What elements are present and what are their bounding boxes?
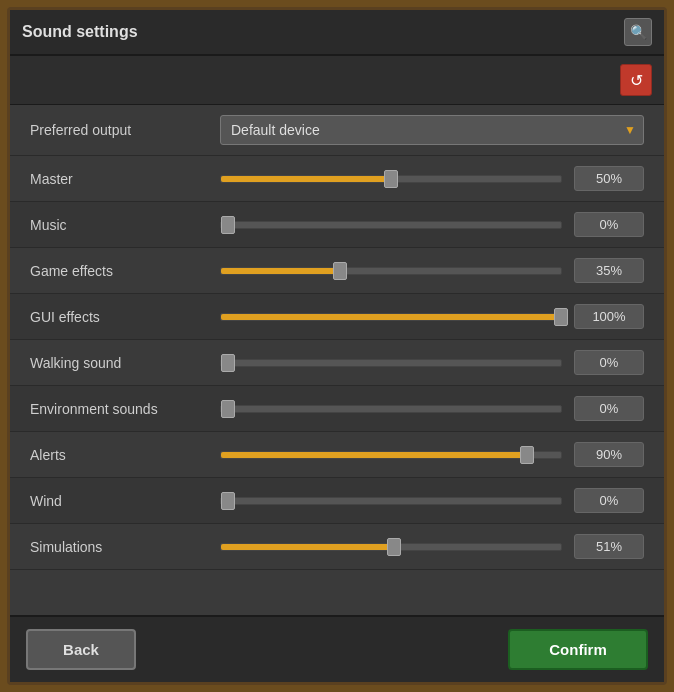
title-bar: Sound settings 🔍 xyxy=(10,10,664,56)
reset-button[interactable]: ↺ xyxy=(620,64,652,96)
slider-row-music: Music 0% xyxy=(10,202,664,248)
slider-label-simulations: Simulations xyxy=(30,539,220,555)
slider-thumb-wind[interactable] xyxy=(221,492,235,510)
slider-track-wind xyxy=(220,497,562,505)
slider-label-alerts: Alerts xyxy=(30,447,220,463)
slider-container-wind xyxy=(220,491,562,511)
slider-thumb-game-effects[interactable] xyxy=(333,262,347,280)
slider-row-gui-effects: GUI effects 100% xyxy=(10,294,664,340)
slider-container-gui-effects xyxy=(220,307,562,327)
slider-container-master xyxy=(220,169,562,189)
slider-row-master: Master 50% xyxy=(10,156,664,202)
slider-value-gui-effects: 100% xyxy=(574,304,644,329)
slider-label-walking-sound: Walking sound xyxy=(30,355,220,371)
device-select-wrapper: Default device ▼ xyxy=(220,115,644,145)
preferred-output-row: Preferred output Default device ▼ xyxy=(10,105,664,156)
slider-value-music: 0% xyxy=(574,212,644,237)
slider-fill-gui-effects xyxy=(221,314,561,320)
device-select[interactable]: Default device xyxy=(220,115,644,145)
settings-content: Preferred output Default device ▼ Master… xyxy=(10,105,664,615)
slider-label-wind: Wind xyxy=(30,493,220,509)
slider-value-alerts: 90% xyxy=(574,442,644,467)
slider-row-walking-sound: Walking sound 0% xyxy=(10,340,664,386)
slider-value-game-effects: 35% xyxy=(574,258,644,283)
slider-label-game-effects: Game effects xyxy=(30,263,220,279)
slider-row-wind: Wind 0% xyxy=(10,478,664,524)
slider-value-simulations: 51% xyxy=(574,534,644,559)
slider-container-game-effects xyxy=(220,261,562,281)
toolbar: ↺ xyxy=(10,56,664,105)
slider-track-simulations xyxy=(220,543,562,551)
slider-fill-game-effects xyxy=(221,268,340,274)
slider-value-environment-sounds: 0% xyxy=(574,396,644,421)
slider-track-master xyxy=(220,175,562,183)
slider-container-music xyxy=(220,215,562,235)
slider-thumb-music[interactable] xyxy=(221,216,235,234)
slider-thumb-environment-sounds[interactable] xyxy=(221,400,235,418)
slider-value-master: 50% xyxy=(574,166,644,191)
slider-thumb-alerts[interactable] xyxy=(520,446,534,464)
slider-track-game-effects xyxy=(220,267,562,275)
slider-label-music: Music xyxy=(30,217,220,233)
slider-row-game-effects: Game effects 35% xyxy=(10,248,664,294)
slider-label-master: Master xyxy=(30,171,220,187)
slider-row-alerts: Alerts 90% xyxy=(10,432,664,478)
slider-label-environment-sounds: Environment sounds xyxy=(30,401,220,417)
search-button[interactable]: 🔍 xyxy=(624,18,652,46)
slider-track-environment-sounds xyxy=(220,405,562,413)
search-icon: 🔍 xyxy=(630,24,647,40)
slider-track-gui-effects xyxy=(220,313,562,321)
slider-fill-simulations xyxy=(221,544,394,550)
back-button[interactable]: Back xyxy=(26,629,136,670)
slider-track-music xyxy=(220,221,562,229)
slider-row-simulations: Simulations 51% xyxy=(10,524,664,570)
slider-row-environment-sounds: Environment sounds 0% xyxy=(10,386,664,432)
slider-thumb-walking-sound[interactable] xyxy=(221,354,235,372)
slider-container-simulations xyxy=(220,537,562,557)
slider-track-walking-sound xyxy=(220,359,562,367)
confirm-button[interactable]: Confirm xyxy=(508,629,648,670)
sliders-container: Master 50% Music 0% Game effects 35% GUI xyxy=(10,156,664,570)
slider-track-alerts xyxy=(220,451,562,459)
slider-container-walking-sound xyxy=(220,353,562,373)
slider-thumb-master[interactable] xyxy=(384,170,398,188)
slider-label-gui-effects: GUI effects xyxy=(30,309,220,325)
footer: Back Confirm xyxy=(10,615,664,682)
slider-fill-alerts xyxy=(221,452,527,458)
slider-fill-master xyxy=(221,176,391,182)
sound-settings-window: Sound settings 🔍 ↺ Preferred output Defa… xyxy=(7,7,667,685)
slider-thumb-gui-effects[interactable] xyxy=(554,308,568,326)
window-title: Sound settings xyxy=(22,23,138,41)
slider-value-wind: 0% xyxy=(574,488,644,513)
slider-value-walking-sound: 0% xyxy=(574,350,644,375)
slider-container-alerts xyxy=(220,445,562,465)
preferred-output-label: Preferred output xyxy=(30,122,220,138)
reset-icon: ↺ xyxy=(630,71,643,90)
slider-container-environment-sounds xyxy=(220,399,562,419)
slider-thumb-simulations[interactable] xyxy=(387,538,401,556)
